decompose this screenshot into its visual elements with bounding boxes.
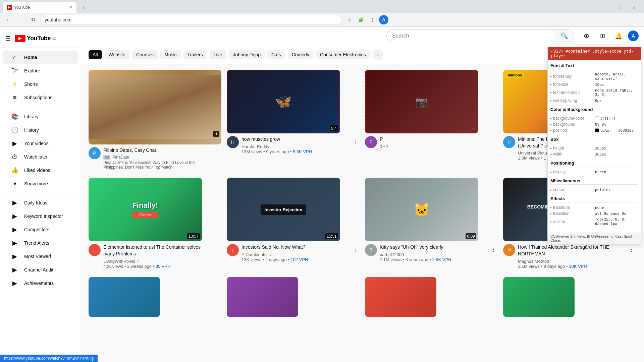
refresh-button[interactable]: ↻ xyxy=(28,15,38,24)
user-avatar[interactable]: A xyxy=(628,31,639,41)
video-thumbnail-r3-3[interactable] xyxy=(365,277,436,317)
create-button[interactable]: ⊕ xyxy=(580,29,593,43)
video-menu-elementor[interactable]: ⋮ xyxy=(213,244,221,268)
video-card-kitty[interactable]: 🐱 0:09 B Kitty says "Uh-Oh" very clearly… xyxy=(365,178,498,271)
browser-window: YouTube ✕ + ─ □ ✕ ← → ↻ youtube.com ☆ 🧩 … xyxy=(0,0,644,26)
filter-chevron-right[interactable]: › xyxy=(373,49,383,60)
sidebar-item-channel-audit[interactable]: ▶ Channel Audit xyxy=(3,263,78,277)
video-menu-2[interactable]: ⋮ xyxy=(351,136,360,154)
extensions-button[interactable]: 🧩 xyxy=(356,15,366,24)
inspector-key-transform: transform xyxy=(550,205,594,210)
video-menu-1[interactable]: ⋮ xyxy=(213,147,221,170)
watch-later-icon: ⏱ xyxy=(11,153,19,161)
sidebar-label-show-more: Show more xyxy=(24,181,48,186)
sidebar-item-history[interactable]: 🕐 History xyxy=(3,123,78,137)
sidebar-item-library[interactable]: 📚 Library xyxy=(3,110,78,123)
filter-chip-music[interactable]: Music xyxy=(160,50,181,59)
video-thumbnail-r3-1[interactable] xyxy=(89,277,160,317)
video-info-investors: Y Investors Said No, Now What? Y Combina… xyxy=(227,241,360,265)
video-card-3-partial[interactable]: 📷 P P 0 • 7 xyxy=(365,70,498,172)
bookmark-button[interactable]: ☆ xyxy=(345,15,354,24)
video-menu-northman[interactable]: ⋮ xyxy=(627,244,636,268)
new-tab-button[interactable]: + xyxy=(79,3,89,13)
video-thumbnail-1[interactable]: ⬆ xyxy=(89,70,221,144)
back-button[interactable]: ← xyxy=(4,15,13,24)
sidebar-item-competitors[interactable]: ▶ Competitors xyxy=(3,223,78,236)
video-menu-investors[interactable]: ⋮ xyxy=(351,244,360,262)
browser-profile[interactable]: A xyxy=(379,15,388,24)
video-thumbnail-3p[interactable]: 📷 xyxy=(365,70,478,133)
sidebar-menu-icon[interactable]: ☰ xyxy=(5,35,11,42)
sidebar-item-explore[interactable]: 🔭 Explore xyxy=(3,64,78,77)
video-card-investors[interactable]: Investor Rejection 15:51 Y Investors Sai… xyxy=(227,178,360,271)
sidebar-item-your-videos[interactable]: ▶ Your videos xyxy=(3,137,78,150)
sidebar-item-most-viewed[interactable]: ▶ Most Viewed xyxy=(3,250,78,263)
sidebar-item-shorts[interactable]: ⚡ Shorts xyxy=(3,77,78,91)
inspector-section-color: Color & Background background-color #FFF… xyxy=(550,107,638,133)
sidebar-item-liked-videos[interactable]: 👍 Liked videos xyxy=(3,164,78,177)
sidebar-item-achievements[interactable]: ▶ Achievements xyxy=(3,277,78,290)
video-thumbnail-r3-2[interactable] xyxy=(227,277,298,317)
inspector-font-title: Font & Text xyxy=(550,63,638,69)
video-card-elementor[interactable]: Finally! Fitness 13:57 L Elementor liste… xyxy=(89,178,221,271)
filter-chip-live[interactable]: Live xyxy=(210,50,226,59)
video-thumbnail-kitty[interactable]: 🐱 0:09 xyxy=(365,178,478,241)
video-card-r3-2[interactable] xyxy=(227,277,360,317)
video-info-1: P Filipino Dates, Easy Chat Ad PinaDate … xyxy=(89,144,221,173)
video-card-r3-4[interactable] xyxy=(503,277,636,317)
filter-chip-comedy[interactable]: Comedy xyxy=(288,51,313,59)
inspector-misc-title: Miscellaneous xyxy=(550,178,638,185)
inspector-val-position: color #030303 xyxy=(595,128,638,133)
filter-chip-trailers[interactable]: Trailers xyxy=(183,50,207,59)
save-icon[interactable]: ⬆ xyxy=(213,131,219,137)
most-viewed-icon: ▶ xyxy=(11,252,19,260)
apps-button[interactable]: ⊞ xyxy=(596,29,609,43)
video-info-elementor: L Elementor listened to us! The Containe… xyxy=(89,241,221,271)
maximize-button[interactable]: □ xyxy=(612,3,627,13)
video-info-2: H how muscles grow Harsha Reddy 13M view… xyxy=(227,133,360,157)
video-card-r3-3[interactable] xyxy=(365,277,498,317)
search-input[interactable] xyxy=(386,29,554,42)
filter-chip-johnny-depp[interactable]: Johnny Depp xyxy=(229,50,265,59)
filter-chip-website[interactable]: Website xyxy=(105,50,129,59)
sidebar-item-trend-alerts[interactable]: ▶ Trend Alerts xyxy=(3,236,78,250)
video-stats-investors: 13K views • 2 days ago • 102 VPH xyxy=(241,257,348,262)
inspector-val-transition: all 0s ease 0s xyxy=(595,211,638,216)
search-button[interactable]: 🔍 xyxy=(554,29,574,42)
filter-chip-consumer-electronics[interactable]: Consumer Electronics xyxy=(316,51,370,59)
video-card-2[interactable]: 🦋 0:4 H how muscles grow Harsha Reddy 13… xyxy=(227,70,360,172)
sidebar-item-daily-ideas[interactable]: ▶ Daily Ideas xyxy=(3,196,78,209)
sidebar-item-show-more[interactable]: ▾ Show more xyxy=(3,177,78,190)
sidebar-label-channel-audit: Channel Audit xyxy=(24,267,53,273)
video-menu-kitty[interactable]: ⋮ xyxy=(489,244,498,262)
sidebar-item-home[interactable]: ⌂ Home xyxy=(3,51,78,64)
video-channel-elementor: LivingWithPixels ✓ xyxy=(103,259,210,264)
browser-tab-youtube[interactable]: YouTube ✕ xyxy=(3,2,76,13)
video-thumbnail-elementor[interactable]: Finally! Fitness 13:57 xyxy=(89,178,202,241)
video-thumbnail-2[interactable]: 🦋 0:4 xyxy=(227,70,340,133)
menu-button[interactable]: ⋮ xyxy=(368,15,377,24)
filter-chip-cats[interactable]: Cats xyxy=(267,50,285,59)
inspector-val-text-decoration: none solid rgb(3, 3, 3) xyxy=(595,88,638,97)
video-thumbnail-r3-4[interactable] xyxy=(503,277,575,317)
address-bar[interactable]: youtube.com xyxy=(40,15,342,25)
close-window-button[interactable]: ✕ xyxy=(627,3,641,13)
sidebar-item-watch-later[interactable]: ⏱ Watch later xyxy=(3,150,78,164)
forward-button[interactable]: → xyxy=(16,15,25,24)
close-tab-icon[interactable]: ✕ xyxy=(69,5,72,10)
sidebar-item-keyword-inspector[interactable]: ▶ Keyword Inspector xyxy=(3,209,78,223)
status-url: https://www.youtube.com/watch?v=dmBvnY4r… xyxy=(4,356,94,361)
notifications-button[interactable]: 🔔 xyxy=(612,29,625,43)
video-card-r3-1[interactable] xyxy=(89,277,221,317)
video-thumbnail-investors[interactable]: Investor Rejection 15:51 xyxy=(227,178,340,241)
video-meta-investors: Investors Said No, Now What? Y Combinato… xyxy=(241,244,348,262)
inspector-row-height: height 203px xyxy=(550,145,638,151)
video-card-ad[interactable]: ⬆ P Filipino Dates, Easy Chat Ad PinaDat… xyxy=(89,70,221,172)
video-channel-1: Ad PinaDate xyxy=(103,155,210,160)
minimize-button[interactable]: ─ xyxy=(597,3,612,13)
inspector-key-cursor: cursor xyxy=(550,187,594,192)
filter-chip-all[interactable]: All xyxy=(89,50,102,59)
yt-logo[interactable]: YouTubeNZ xyxy=(15,35,56,42)
sidebar-item-subscriptions[interactable]: ≡ Subscriptions xyxy=(3,91,78,104)
filter-chip-courses[interactable]: Courses xyxy=(132,50,158,59)
